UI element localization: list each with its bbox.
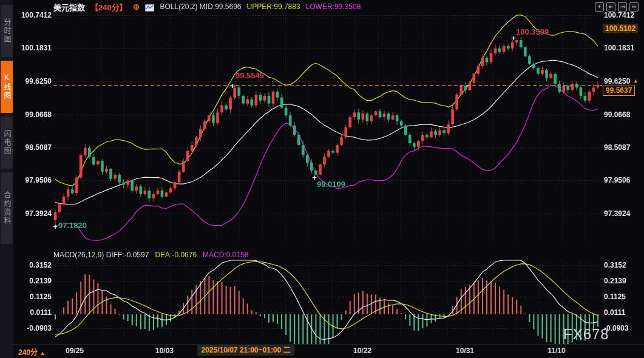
price-tick-label: 100.7412	[15, 11, 52, 19]
macd-tick-label: 0.2139	[604, 277, 626, 285]
price-up-arrow-icon: ▲	[633, 78, 639, 84]
chart-type-sidebar: 分时图K线图闪电图合约资料	[0, 0, 13, 358]
extreme-price-annotation: 100.3599	[516, 27, 549, 36]
extreme-price-annotation: 98.0109	[317, 180, 345, 189]
price-tick-label: 98.5087	[15, 143, 52, 152]
price-tick-label: 99.0668	[604, 110, 630, 119]
price-tick-label: 99.6250	[15, 77, 52, 86]
price-tick-label: 97.3924	[15, 209, 52, 218]
macd-dea-readout: DEA:-0.0676	[155, 251, 197, 259]
boll-mid-readout: BOLL(20,2) MID:99.5696	[160, 2, 241, 11]
extreme-cross-marker: +	[230, 81, 235, 89]
period-indicator[interactable]: 【240分】	[90, 1, 127, 13]
period-arrow-icon: ▲	[39, 350, 45, 356]
macd-hist-readout: MACD:0.0158	[203, 251, 248, 259]
price-tick-label: 98.5087	[604, 143, 630, 152]
price-tick-label: 100.1831	[604, 44, 634, 52]
time-axis-bar: 240分 ▲ 2025/10/07 21:00~01:00 二 09/2510/…	[13, 344, 644, 358]
extreme-cross-marker: +	[53, 222, 58, 230]
macd-diff-readout: MACD(26,12,9) DIFF:-0.0597	[53, 251, 149, 259]
period-label: 240分	[18, 348, 38, 357]
price-tick-label: 99.0668	[15, 110, 52, 119]
crosshair-icon[interactable]: +	[595, 2, 604, 12]
brand-watermark: FX678	[563, 326, 609, 343]
session-high-badge: 100.5102	[603, 24, 638, 33]
extreme-cross-marker: +	[511, 34, 516, 42]
price-tick-label: 99.6250	[604, 77, 630, 86]
price-tick-label: 97.9506	[15, 176, 52, 184]
macd-tick-label: 0.2139	[15, 277, 52, 285]
boll-upper-readout: UPPER:99.7883	[247, 2, 300, 11]
date-label: 09/25	[66, 346, 84, 355]
trading-app-window: 分时图K线图闪电图合约资料 美元指数 【240分】 ⊕ BOLL(20,2) M…	[0, 0, 644, 358]
macd-tick-label: 0.3152	[15, 261, 52, 269]
sidebar-tab-1[interactable]: 分时图	[1, 5, 13, 57]
crosshair-date-readout: 2025/10/07 21:00~01:00 二	[197, 345, 294, 356]
price-tick-label: 100.1831	[15, 44, 52, 52]
macd-tick-label: 0.1125	[15, 292, 52, 301]
extreme-price-annotation: 97.1820	[58, 221, 87, 230]
price-tick-label: 97.3924	[604, 209, 630, 218]
date-label: 10/31	[456, 346, 474, 355]
sidebar-tab-2[interactable]: K线图	[1, 61, 13, 113]
current-price-badge: 99.5637	[603, 86, 635, 96]
sidebar-tab-3[interactable]: 闪电图	[1, 117, 13, 169]
boll-lower-readout: LOWER:99.3508	[306, 2, 361, 11]
sidebar-tab-4[interactable]: 合约资料	[1, 172, 13, 244]
period-selector-button[interactable]: 240分 ▲	[18, 346, 45, 357]
date-label: 10/03	[155, 346, 174, 355]
chart-header: 美元指数 【240分】 ⊕ BOLL(20,2) MID:99.5696 UPP…	[53, 2, 361, 12]
price-tick-label: 97.9506	[604, 176, 630, 184]
macd-tick-label: 0.0111	[604, 308, 625, 317]
extreme-cross-marker: +	[312, 173, 317, 181]
mini-chart-icon	[145, 3, 154, 10]
date-label: 10/22	[353, 346, 371, 355]
add-indicator-icon[interactable]: ⊕	[133, 2, 140, 11]
pan-right-icon[interactable]: ↦	[629, 2, 639, 12]
macd-header: MACD(26,12,9) DIFF:-0.0597 DEA:-0.0676 M…	[53, 251, 248, 259]
chart-toolbar: +⇤⇥↦	[595, 2, 639, 12]
macd-tick-label: -0.0903	[15, 324, 52, 333]
compress-chart-icon[interactable]: ⇤	[606, 2, 615, 12]
price-tick-label: 100.7412	[604, 11, 634, 19]
date-label: 11/10	[547, 346, 565, 355]
macd-tick-label: 0.0111	[15, 308, 52, 317]
symbol-title: 美元指数	[53, 1, 85, 13]
macd-tick-label: 0.3152	[604, 261, 626, 269]
macd-tick-label: 0.1125	[604, 292, 626, 301]
expand-chart-icon[interactable]: ⇥	[618, 2, 627, 12]
extreme-price-annotation: 99.5549	[236, 71, 264, 80]
